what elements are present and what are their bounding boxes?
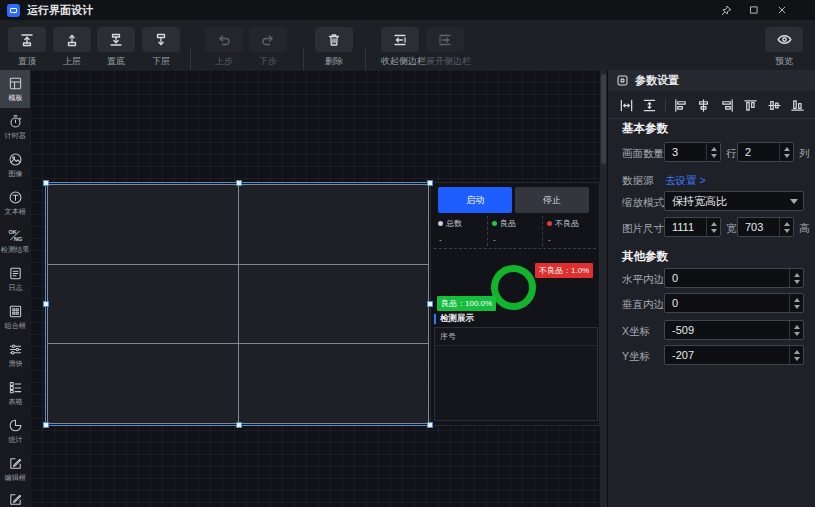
sidebar-item-text-box[interactable]: 文本框	[0, 184, 30, 222]
legend-separator	[542, 216, 543, 246]
trash-icon	[315, 27, 353, 52]
grid-cell[interactable]	[48, 344, 238, 423]
delete-button[interactable]: 删除	[315, 27, 353, 68]
resize-handle-nw[interactable]	[43, 180, 49, 186]
svg-text:NG: NG	[14, 236, 23, 242]
align-right-icon[interactable]	[719, 97, 735, 113]
resize-handle-e[interactable]	[427, 301, 433, 307]
expand-sidebar-button[interactable]: 展开侧边栏	[426, 27, 464, 68]
selected-template-element[interactable]	[45, 182, 431, 426]
undo-button[interactable]: 上步	[205, 27, 243, 68]
sidebar-item-result[interactable]: OKNG 检测结果	[0, 222, 30, 260]
align-middle-vertical-icon[interactable]	[766, 97, 782, 113]
toolbar-separator	[365, 48, 366, 72]
bring-to-front-button[interactable]: 置顶	[8, 27, 46, 68]
sidebar-item-combo-box[interactable]: 组合框	[0, 298, 30, 336]
send-to-back-button[interactable]: 置底	[97, 27, 135, 68]
align-left-icon[interactable]	[672, 97, 688, 113]
sidebar-item-slider[interactable]: 滑块	[0, 336, 30, 374]
rows-stepper[interactable]	[706, 143, 720, 161]
y-coordinate-stepper[interactable]	[789, 346, 803, 364]
sidebar-item-statistics[interactable]: 统计	[0, 412, 30, 450]
x-coordinate-label: X坐标	[622, 325, 650, 339]
pin-icon[interactable]	[717, 2, 735, 18]
image-width-input[interactable]: 1111	[664, 217, 721, 237]
app-logo-icon	[7, 4, 20, 17]
data-source-settings-link[interactable]: 去设置 >	[665, 174, 706, 188]
legend-defect: 不良品	[547, 218, 579, 229]
cols-stepper[interactable]	[779, 143, 793, 161]
image-height-stepper[interactable]	[779, 218, 793, 236]
resize-handle-se[interactable]	[427, 422, 433, 428]
v-padding-input[interactable]: 0	[664, 293, 804, 313]
grid-cell[interactable]	[48, 185, 238, 264]
design-canvas[interactable]: 启动 停止 总数 良品 不良品 - - - 不良品：1.0% 良品：100.0%	[30, 70, 600, 507]
template-stats-panel[interactable]: 启动 停止 总数 良品 不良品 - - - 不良品：1.0% 良品：100.0%	[430, 182, 600, 426]
scale-mode-select[interactable]: 保持宽高比	[664, 191, 804, 211]
sidebar-item-table[interactable]: 表格	[0, 374, 30, 412]
maximize-icon[interactable]	[745, 2, 763, 18]
resize-handle-w[interactable]	[43, 301, 49, 307]
timer-icon	[8, 114, 23, 129]
grid-cell[interactable]	[239, 185, 429, 264]
grid-cell[interactable]	[239, 265, 429, 344]
edit-icon	[8, 492, 23, 507]
basic-params-title: 基本参数	[622, 121, 668, 136]
window-title: 运行界面设计	[27, 3, 93, 18]
distribute-vertical-icon[interactable]	[642, 97, 658, 113]
redo-button[interactable]: 下步	[249, 27, 287, 68]
total-dot-icon	[438, 221, 443, 226]
slider-icon	[8, 342, 23, 357]
cols-input[interactable]: 2	[737, 142, 794, 162]
resize-handle-n[interactable]	[236, 180, 242, 186]
template-grid	[47, 184, 429, 424]
layer-down-button[interactable]: 下层	[142, 27, 180, 68]
h-padding-input[interactable]: 0	[664, 268, 804, 288]
preview-button[interactable]: 预览	[765, 27, 803, 68]
ok-ng-icon: OKNG	[7, 228, 23, 243]
close-icon[interactable]	[773, 2, 791, 18]
v-padding-stepper[interactable]	[789, 294, 803, 312]
sidebar-item-image[interactable]: 图像	[0, 146, 30, 184]
legend-good-value: -	[493, 235, 496, 244]
image-height-input[interactable]: 703	[737, 217, 794, 237]
defect-rate-badge: 不良品：1.0%	[535, 263, 593, 278]
align-bottom-icon[interactable]	[790, 97, 806, 113]
image-width-stepper[interactable]	[706, 218, 720, 236]
widget-sidebar: 模板 计时器 图像 文本框 OKNG 检测结果 日志 组合框 滑块	[0, 70, 30, 507]
resize-handle-s[interactable]	[236, 422, 242, 428]
legend-total-value: -	[439, 235, 442, 244]
sidebar-item-log[interactable]: 日志	[0, 260, 30, 298]
cols-unit: 列	[799, 147, 810, 161]
rows-input[interactable]: 3	[664, 142, 721, 162]
resize-handle-sw[interactable]	[43, 422, 49, 428]
legend-separator	[487, 216, 488, 246]
start-button[interactable]: 启动	[438, 187, 512, 213]
grid-cell[interactable]	[239, 344, 429, 423]
align-top-icon[interactable]	[743, 97, 759, 113]
toolbar-separator	[190, 48, 191, 72]
layer-up-button[interactable]: 上层	[53, 27, 91, 68]
sidebar-item-timer[interactable]: 计时器	[0, 108, 30, 146]
sidebar-item-partial[interactable]	[0, 488, 30, 507]
collapse-sidebar-button[interactable]: 收起侧边栏	[381, 27, 419, 68]
result-table[interactable]: 序号	[434, 327, 598, 421]
sidebar-item-template[interactable]: 模板	[0, 70, 30, 108]
grid-cell[interactable]	[48, 265, 238, 344]
scrollbar-thumb[interactable]	[601, 74, 606, 164]
h-padding-stepper[interactable]	[789, 269, 803, 287]
y-coordinate-input[interactable]: -207	[664, 345, 804, 365]
resize-handle-ne[interactable]	[427, 180, 433, 186]
send-to-back-icon	[97, 27, 135, 52]
sidebar-item-edit-box[interactable]: 编辑框	[0, 450, 30, 488]
defect-dot-icon	[547, 221, 552, 226]
legend-good: 良品	[492, 218, 516, 229]
canvas-vertical-scrollbar[interactable]	[600, 70, 607, 507]
align-center-horizontal-icon[interactable]	[696, 97, 712, 113]
y-coordinate-label: Y坐标	[622, 350, 650, 364]
x-coordinate-input[interactable]: -509	[664, 320, 804, 340]
bring-to-front-icon	[8, 27, 46, 52]
distribute-horizontal-icon[interactable]	[618, 97, 634, 113]
stop-button[interactable]: 停止	[515, 187, 589, 213]
x-coordinate-stepper[interactable]	[789, 321, 803, 339]
